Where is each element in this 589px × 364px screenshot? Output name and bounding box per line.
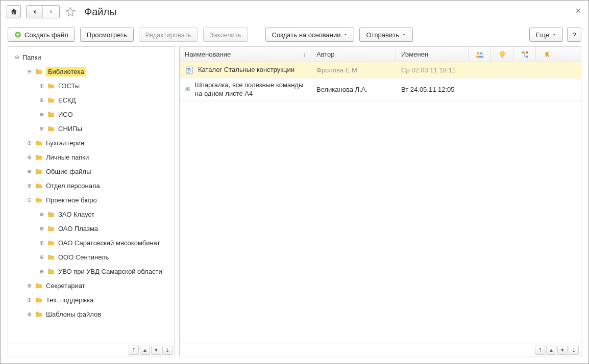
expander-icon[interactable]: ⊕ — [38, 96, 45, 103]
word-doc-icon — [185, 66, 194, 75]
tree-item-eskd[interactable]: ⊕ ЕСКД — [10, 93, 173, 107]
tree-item-uvo[interactable]: ⊕ УВО при УВД Самарской области — [10, 264, 173, 278]
expander-icon[interactable]: ⊕ — [26, 139, 33, 146]
folder-icon — [35, 139, 43, 146]
tree-item-support[interactable]: ⊕ Тех. поддержка — [10, 293, 173, 307]
tree-item-iso[interactable]: ⊕ ИСО — [10, 107, 173, 121]
tree-item-hr[interactable]: ⊕ Отдел персонала — [10, 178, 173, 193]
tree-item-personal[interactable]: ⊕ Личные папки — [10, 150, 173, 164]
tree-label: УВО при УВД Самарской области — [58, 268, 162, 275]
expander-icon[interactable]: ⊕ — [26, 168, 33, 175]
expander-icon[interactable]: ⊕ — [26, 282, 33, 289]
list-header: Наименование ↓ Автор Изменен К — [180, 47, 581, 62]
expander-icon[interactable]: ⊕ — [38, 239, 45, 246]
folder-icon — [35, 68, 43, 75]
tree-label: ЕСКД — [58, 96, 76, 104]
tree-label: Секретариат — [46, 282, 85, 290]
sort-asc-icon: ↓ — [303, 51, 306, 58]
col-label: К — [545, 50, 549, 58]
file-author: Великанова Л.А. — [316, 86, 367, 93]
tree-label: ОАО Саратовский мясокомбинат — [58, 239, 160, 247]
scroll-bottom-button[interactable]: ⤓ — [162, 346, 173, 355]
folder-tree-panel: ⊖ Папки ⊖ Библиотека ⊕ ГОСТы ⊕ ЕСКД — [8, 46, 175, 356]
more-label: Еще — [536, 31, 549, 39]
chevron-down-icon — [552, 33, 556, 37]
back-button[interactable] — [27, 6, 43, 18]
tree-item-library[interactable]: ⊖ Библиотека — [10, 64, 173, 79]
scroll-top-button[interactable]: ⤒ — [129, 346, 139, 355]
expander-icon[interactable]: ⊖ — [26, 196, 33, 203]
col-name[interactable]: Наименование ↓ — [180, 47, 311, 62]
folder-icon — [35, 182, 43, 189]
forward-button — [43, 6, 59, 18]
tree-item-snipy[interactable]: ⊕ СНИПы — [10, 121, 173, 136]
create-file-button[interactable]: Создать файл — [8, 28, 75, 42]
expander-icon[interactable]: ⊕ — [26, 182, 33, 189]
edit-label: Редактировать — [145, 31, 191, 39]
expander-icon[interactable]: ⊕ — [38, 111, 45, 118]
scroll-up-button[interactable]: ▲ — [140, 346, 150, 355]
tree-item-sarat[interactable]: ⊕ ОАО Саратовский мясокомбинат — [10, 236, 173, 250]
col-author[interactable]: Автор — [311, 47, 396, 62]
scroll-bottom-button[interactable]: ⤓ — [569, 346, 579, 355]
expander-icon[interactable]: ⊕ — [38, 225, 45, 232]
col-bulb[interactable] — [491, 47, 513, 62]
tree-item-accounting[interactable]: ⊕ Бухгалтерия — [10, 136, 173, 150]
tree-label: Общие файлы — [46, 168, 91, 175]
file-changed: Вт 24.05.11 12:05 — [401, 86, 455, 93]
help-button[interactable]: ? — [567, 28, 581, 42]
folder-tree[interactable]: ⊖ Папки ⊖ Библиотека ⊕ ГОСТы ⊕ ЕСКД — [8, 47, 175, 344]
expander-icon[interactable]: ⊖ — [26, 68, 33, 75]
tree-item-templates[interactable]: ⊕ Шаблоны файлов — [10, 307, 173, 321]
tree-item-klaust[interactable]: ⊕ ЗАО Клауст — [10, 207, 173, 221]
file-list[interactable]: Каталог Стальные конструкции Фролова Е.М… — [180, 62, 581, 344]
folder-icon — [47, 96, 55, 103]
home-button[interactable] — [7, 5, 21, 18]
scroll-down-button[interactable]: ▼ — [151, 346, 161, 355]
list-row[interactable]: Каталог Стальные конструкции Фролова Е.М… — [180, 62, 581, 79]
tree-item-gosty[interactable]: ⊕ ГОСТы — [10, 79, 173, 93]
expander-icon[interactable]: ⊕ — [26, 153, 33, 161]
tree-item-secretariat[interactable]: ⊕ Секретариат — [10, 278, 173, 293]
expander-icon[interactable]: ⊕ — [26, 310, 33, 318]
file-changed: Ср 02.03.11 18:11 — [401, 66, 456, 74]
folder-icon — [47, 225, 55, 232]
tree-item-sentinel[interactable]: ⊕ ООО Сентинель — [10, 250, 173, 264]
list-row[interactable]: Шпаргалка, все полезные команды на одном… — [180, 79, 581, 101]
col-changed[interactable]: Изменен — [396, 47, 469, 62]
expander-icon[interactable]: ⊕ — [38, 211, 45, 218]
close-button[interactable]: ✕ — [575, 7, 581, 15]
tree-item-project-bureau[interactable]: ⊖ Проектное бюро — [10, 193, 173, 207]
tree-label: Шаблоны файлов — [46, 310, 101, 318]
page-title: Файлы — [84, 6, 117, 18]
expander-icon[interactable]: ⊕ — [38, 82, 45, 89]
tree-label: Личные папки — [46, 153, 89, 161]
more-button[interactable]: Еще — [529, 28, 563, 42]
tree-label: Библиотека — [46, 67, 86, 76]
tree-label: Папки — [22, 54, 41, 61]
create-based-on-button[interactable]: Создать на основании — [265, 28, 355, 42]
expander-icon[interactable]: ⊕ — [38, 125, 45, 132]
chevron-down-icon — [343, 33, 348, 37]
expander-icon[interactable]: ⊕ — [38, 268, 45, 275]
col-struct[interactable] — [513, 47, 536, 62]
view-button[interactable]: Просмотреть — [80, 28, 134, 42]
scroll-up-button[interactable]: ▲ — [546, 346, 556, 355]
scroll-down-button[interactable]: ▼ — [557, 346, 568, 355]
list-footer-nav: ⤒ ▲ ▼ ⤓ — [180, 344, 581, 356]
expander-icon[interactable]: ⊕ — [26, 296, 33, 303]
scroll-top-button[interactable]: ⤒ — [535, 346, 545, 355]
folder-icon — [35, 282, 43, 289]
expander-icon[interactable]: ⊕ — [38, 253, 45, 261]
send-button[interactable]: Отправить — [359, 28, 412, 42]
col-k[interactable]: К — [536, 47, 558, 62]
tree-root[interactable]: ⊖ Папки — [10, 50, 173, 64]
people-icon — [475, 50, 484, 59]
file-name: Каталог Стальные конструкции — [198, 66, 294, 74]
tree-item-plazma[interactable]: ⊕ ОАО Плазма — [10, 221, 173, 236]
expander-icon[interactable]: ⊖ — [13, 54, 20, 61]
nav-history — [26, 5, 60, 18]
favorite-icon[interactable] — [65, 6, 76, 17]
tree-item-shared[interactable]: ⊕ Общие файлы — [10, 164, 173, 178]
col-people[interactable] — [469, 47, 491, 62]
